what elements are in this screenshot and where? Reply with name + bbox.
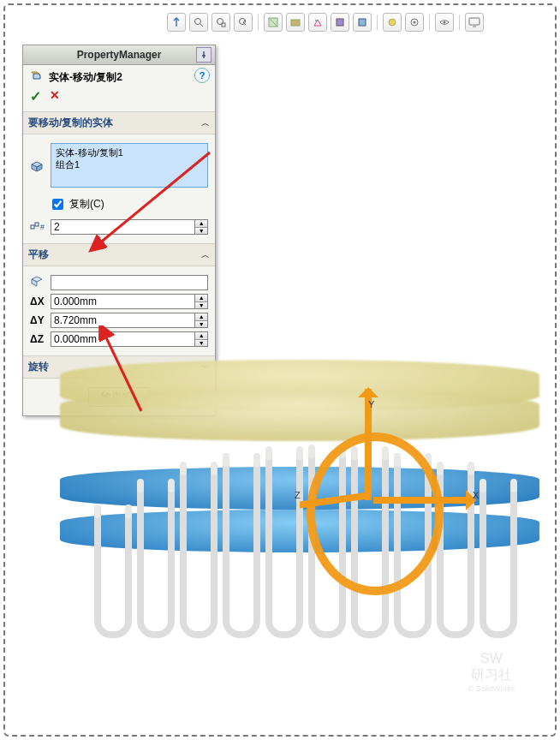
copy-count-input[interactable] [51,219,194,235]
svg-rect-7 [337,19,343,26]
dz-label: ΔZ [30,333,51,345]
svg-rect-14 [31,225,34,229]
svg-rect-13 [469,18,480,25]
translate-section-title: 平移 [28,248,49,262]
section-icon[interactable] [264,13,283,32]
z-axis-label: Z [295,490,301,500]
panel-title: PropertyManager [77,49,162,61]
feature-name-row: 实体-移动/复制2 [23,65,215,87]
setting-icon[interactable] [405,13,424,32]
view-icon[interactable] [435,13,454,32]
spin-up[interactable]: ▲ [195,332,207,340]
dy-input[interactable] [51,313,194,328]
scene-icon[interactable] [308,13,327,32]
svg-rect-5 [291,20,300,26]
spin-up[interactable]: ▲ [195,220,207,228]
watermark-top: SW [480,651,503,666]
svg-point-0 [195,19,201,25]
spinner-buttons[interactable]: ▲▼ [194,294,208,309]
dx-label: ΔX [30,295,51,307]
body-icon [30,161,51,176]
watermark-sub: © SolidWorks [468,684,515,693]
spin-up[interactable]: ▲ [195,313,207,321]
svg-rect-15 [35,223,39,226]
svg-point-12 [444,21,446,24]
cancel-button[interactable]: ✕ [50,88,60,104]
bodies-section-header[interactable]: 要移动/复制的实体 ︿ [23,111,215,134]
display-icon[interactable] [465,13,484,32]
feature-name: 实体-移动/复制2 [49,70,122,85]
spin-down[interactable]: ▼ [195,302,207,309]
toolbar-separator [258,15,259,30]
spin-down[interactable]: ▼ [195,321,207,328]
hide-show-icon[interactable] [331,13,349,32]
watermark-main: 研习社 [471,666,512,684]
copy-label: 复制(C) [69,197,104,212]
rotate-section-title: 旋转 [28,360,49,374]
x-axis-arrow[interactable] [373,497,474,504]
translate-section-header[interactable]: 平移 ︿ [23,243,215,266]
toolbar-separator [459,15,460,30]
translate-to-icon [30,276,51,290]
chevron-up-icon: ︿ [201,249,210,261]
copy-checkbox-row: 复制(C) [49,196,208,212]
bodies-selection-box[interactable]: 实体-移动/复制1 组合1 [51,143,208,188]
count-icon: # [30,220,51,235]
x-axis-label: X [473,490,479,500]
list-item[interactable]: 组合1 [56,158,203,170]
svg-point-9 [389,19,396,26]
panel-header: PropertyManager [23,45,215,65]
translate-to-input[interactable] [51,275,208,290]
orientation-icon[interactable] [167,13,186,32]
svg-rect-8 [359,19,366,26]
toolbar-separator [429,15,430,30]
list-item[interactable]: 实体-移动/复制1 [56,146,203,158]
copy-checkbox[interactable] [52,199,63,210]
svg-point-11 [414,21,416,24]
zoom-fit-icon[interactable] [189,13,208,32]
spinner-buttons[interactable]: ▲▼ [194,313,208,328]
toolbar-separator [377,15,378,30]
confirm-row: ✓ ✕ [23,87,215,111]
dy-spinner[interactable]: ▲▼ [51,313,208,328]
chevron-up-icon: ︿ [201,117,210,129]
accept-button[interactable]: ✓ [30,88,41,104]
spinner-buttons[interactable]: ▲▼ [194,219,208,235]
rotate-ring-handle[interactable] [307,433,444,595]
appearance-icon[interactable] [383,13,402,32]
zoom-area-icon[interactable] [211,13,230,32]
display-style-icon[interactable] [286,13,305,32]
pin-icon[interactable] [196,47,211,63]
move-copy-icon [30,70,45,85]
bodies-section-body: 实体-移动/复制1 组合1 复制(C) # ▲▼ [23,134,215,243]
spin-up[interactable]: ▲ [195,295,207,302]
dy-label: ΔY [30,314,51,326]
help-icon[interactable]: ? [194,68,210,83]
spin-down[interactable]: ▼ [195,228,207,235]
dx-input[interactable] [51,294,194,309]
watermark: SW 研习社 © SolidWorks [449,629,534,714]
bodies-section-title: 要移动/复制的实体 [28,116,113,130]
svg-point-6 [315,20,317,21]
copy-count-spinner[interactable]: ▲▼ [51,219,208,235]
prev-view-icon[interactable] [234,13,253,32]
view-toolbar [167,12,484,33]
y-axis-label: Y [368,399,374,409]
svg-text:#: # [40,223,45,231]
move-triad[interactable]: Y X Z [300,403,437,574]
dx-spinner[interactable]: ▲▼ [51,294,208,309]
edit-appearance-icon[interactable] [353,13,372,32]
